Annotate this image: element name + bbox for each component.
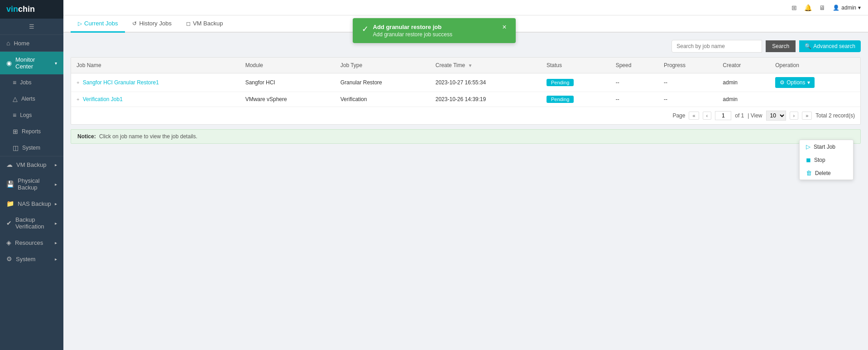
sidebar-item-alerts[interactable]: △ Alerts xyxy=(0,91,63,107)
tab-vm-backup[interactable]: ◻ VM Backup xyxy=(179,15,230,33)
col-create-time[interactable]: Create Time ▼ xyxy=(430,58,541,73)
tab-history-jobs[interactable]: ↺ History Jobs xyxy=(125,15,179,33)
first-page-button[interactable]: « xyxy=(689,112,699,120)
sidebar-section-monitor: ◉ Monitor Center ▾ ≡ Jobs △ Alerts ≡ Log… xyxy=(0,52,63,156)
cell-create-time-2: 2023-10-26 14:39:19 xyxy=(430,92,541,107)
tab-label: Current Jobs xyxy=(84,20,118,27)
sidebar-item-label: Home xyxy=(14,40,29,47)
sidebar-section-home: ⌂ Home xyxy=(0,35,63,52)
last-page-button[interactable]: » xyxy=(802,112,812,120)
cell-status-2: Pending xyxy=(541,92,610,107)
col-module: Module xyxy=(240,58,335,73)
expand-icon-2[interactable]: + xyxy=(77,97,79,102)
pagination: Page « ‹ of 1 | View 10 20 50 › » Total … xyxy=(71,107,860,124)
jobs-icon: ≡ xyxy=(13,79,16,86)
sidebar-item-nas-backup[interactable]: 📁 NAS Backup ▸ xyxy=(0,195,63,212)
search-input[interactable] xyxy=(671,40,762,53)
check-icon: ✓ xyxy=(362,24,369,34)
cell-job-type-2: Verification xyxy=(335,92,430,107)
job-link-2[interactable]: Verification Job1 xyxy=(83,96,123,102)
cell-create-time-1: 2023-10-27 16:55:34 xyxy=(430,73,541,92)
cell-progress-2: -- xyxy=(658,92,717,107)
logs-icon: ≡ xyxy=(13,112,16,119)
status-badge-1: Pending xyxy=(547,79,574,86)
tab-label: VM Backup xyxy=(193,20,223,27)
sidebar-item-label: Jobs xyxy=(20,79,31,86)
nas-backup-icon: 📁 xyxy=(6,200,14,207)
advanced-search-label: Advanced search xyxy=(813,43,855,49)
system-icon: ⚙ xyxy=(6,255,12,262)
sidebar-item-logs[interactable]: ≡ Logs xyxy=(0,107,63,123)
sidebar-item-jobs[interactable]: ≡ Jobs xyxy=(0,74,63,91)
sidebar-item-backup-verification[interactable]: ✔ Backup Verification ▸ xyxy=(0,212,63,234)
next-page-button[interactable]: › xyxy=(790,112,799,120)
table-row: + Sangfor HCI Granular Restore1 Sangfor … xyxy=(71,73,860,92)
toast-subtitle: Add granular restore job success xyxy=(373,31,452,38)
sidebar-collapse-button[interactable]: ☰ xyxy=(0,19,63,35)
home-icon: ⌂ xyxy=(6,39,10,47)
col-creator: Creator xyxy=(717,58,770,73)
sidebar-item-resources[interactable]: ◈ Resources ▸ xyxy=(0,234,63,251)
dropdown-item-delete[interactable]: 🗑 Delete xyxy=(800,166,853,180)
view-size-select[interactable]: 10 20 50 xyxy=(766,111,786,121)
resources-icon: ◈ xyxy=(6,239,11,246)
operations-button-1[interactable]: ⚙ Options ▾ xyxy=(775,77,814,88)
prev-page-button[interactable]: ‹ xyxy=(703,112,712,120)
sidebar-item-reports[interactable]: ⊞ Reports xyxy=(0,123,63,140)
cell-module-2: VMware vSphere xyxy=(240,92,335,107)
chevron-right-icon-4: ▸ xyxy=(55,221,57,226)
chevron-right-icon-3: ▸ xyxy=(55,201,57,206)
chevron-down-icon: ▾ xyxy=(55,61,57,66)
dropdown-item-label: Delete xyxy=(815,170,831,176)
backup-verification-icon: ✔ xyxy=(6,219,12,227)
sidebar-item-vm-backup[interactable]: ☁ VM Backup ▸ xyxy=(0,156,63,173)
advanced-search-button[interactable]: 🔍 Advanced search xyxy=(799,40,861,52)
sidebar-item-system[interactable]: ⚙ System ▸ xyxy=(0,251,63,267)
notice-text: Click on job name to view the job detail… xyxy=(99,133,197,140)
col-operation: Operation xyxy=(770,58,860,73)
content-area: Search 🔍 Advanced search Job Name Module… xyxy=(63,33,868,350)
col-speed: Speed xyxy=(610,58,658,73)
sidebar-item-label: Monitor Center xyxy=(15,56,51,70)
sidebar-item-monitor-center[interactable]: ◉ Monitor Center ▾ xyxy=(0,52,63,74)
vm-backup-icon: ☁ xyxy=(6,161,13,168)
sidebar-item-system-sub[interactable]: ◫ System xyxy=(0,140,63,156)
physical-backup-icon: 💾 xyxy=(6,180,14,188)
options-label: Options xyxy=(786,79,805,86)
sidebar-item-label: Resources xyxy=(15,239,43,246)
view-label: | View xyxy=(748,112,762,119)
dropdown-item-start-job[interactable]: ▷ Start Job xyxy=(800,140,853,153)
sidebar-item-label: Alerts xyxy=(21,96,35,102)
main-content: ⊞ 🔔 🖥 👤 admin ▾ ✓ Add granular restore j… xyxy=(63,15,868,350)
chevron-right-icon-5: ▸ xyxy=(55,240,57,245)
chevron-right-icon: ▸ xyxy=(55,162,57,167)
jobs-table: Job Name Module Job Type Create Time ▼ S… xyxy=(71,58,860,107)
sidebar-item-physical-backup[interactable]: 💾 Physical Backup ▸ xyxy=(0,173,63,195)
sidebar-item-label: VM Backup xyxy=(16,161,46,168)
status-badge-2: Pending xyxy=(547,96,574,103)
col-job-type: Job Type xyxy=(335,58,430,73)
vm-backup-tab-icon: ◻ xyxy=(186,20,191,27)
cell-progress-1: -- xyxy=(658,73,717,92)
page-number-input[interactable] xyxy=(715,111,731,120)
tab-label: History Jobs xyxy=(139,20,172,27)
sidebar-item-label: System xyxy=(16,256,35,262)
hamburger-icon: ☰ xyxy=(29,23,34,30)
expand-icon-1[interactable]: + xyxy=(77,80,79,85)
history-jobs-tab-icon: ↺ xyxy=(132,20,137,27)
toast-close-button[interactable]: × xyxy=(502,24,506,31)
tab-current-jobs[interactable]: ▷ Current Jobs xyxy=(71,15,125,33)
page-label: Page xyxy=(672,112,685,119)
logo: vinchin xyxy=(0,0,63,19)
job-link-1[interactable]: Sangfor HCI Granular Restore1 xyxy=(83,79,159,86)
sidebar-item-label: System xyxy=(22,145,40,151)
dropdown-item-stop[interactable]: ◼ Stop xyxy=(800,153,853,166)
reports-icon: ⊞ xyxy=(13,128,18,135)
delete-icon: 🗑 xyxy=(806,170,812,176)
sidebar-item-label: Logs xyxy=(20,112,32,118)
sort-icon: ▼ xyxy=(468,63,472,68)
operations-dropdown-menu: ▷ Start Job ◼ Stop 🗑 Delete xyxy=(799,140,854,180)
search-button[interactable]: Search xyxy=(766,40,796,52)
start-job-icon: ▷ xyxy=(806,143,810,150)
sidebar-item-home[interactable]: ⌂ Home xyxy=(0,35,63,51)
